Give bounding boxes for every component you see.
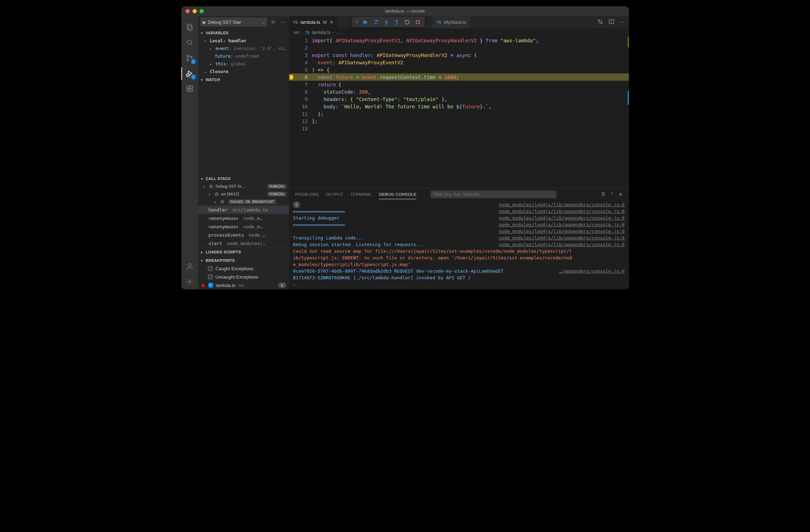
checkbox-checked[interactable] [208, 283, 213, 288]
svg-point-14 [189, 281, 191, 283]
variable-row[interactable]: future: undefined [198, 52, 289, 60]
tab-mystack[interactable]: TS MyStack.ts [432, 16, 471, 28]
chevron-down-icon [201, 31, 204, 35]
svg-point-16 [210, 186, 212, 188]
execution-pointer-icon [289, 73, 295, 81]
callstack-frame[interactable]: handler src/lambda.ts [198, 206, 289, 214]
variable-row[interactable]: event: {version: '2.0', ro… [198, 44, 289, 52]
chevron-down-icon [201, 78, 204, 82]
explorer-icon[interactable] [181, 20, 198, 35]
bug-icon [220, 199, 225, 204]
debug-toolbar-top: ▶ Debug SST Star ⌵ ⋯ [198, 16, 289, 28]
svg-point-17 [216, 193, 218, 195]
scope-row[interactable]: Local: handler [198, 37, 289, 44]
chevron-right-icon [210, 61, 214, 66]
tab-output[interactable]: OUTPUT [326, 192, 343, 196]
scm-icon[interactable]: 1 [181, 50, 198, 66]
debug-console-output[interactable]: 2node_modules/log4js/lib/appenders/conso… [289, 200, 629, 289]
gear-icon[interactable] [269, 19, 277, 25]
callstack-session[interactable]: Debug SST St… RUNNING [198, 182, 289, 190]
drag-handle-icon[interactable]: ⠿ [354, 20, 360, 24]
split-editor-icon[interactable] [608, 19, 615, 26]
compare-icon[interactable] [597, 19, 603, 26]
ts-file-icon: TS [293, 20, 298, 24]
callstack-frame[interactable]: start node_modules/… [198, 239, 289, 247]
svg-point-15 [273, 21, 274, 23]
svg-point-4 [187, 55, 188, 57]
breakpoint-caught[interactable]: Caught Exceptions [198, 264, 289, 273]
accounts-icon[interactable] [181, 259, 198, 274]
step-into-button[interactable] [382, 17, 391, 27]
chevron-right-icon [210, 46, 214, 51]
debug-badge: 1 [191, 74, 196, 80]
more-icon[interactable]: ⋯ [279, 20, 287, 25]
debug-config-select[interactable]: ▶ Debug SST Star ⌵ [200, 17, 267, 27]
debug-action-bar[interactable]: ⠿ [352, 17, 425, 27]
callstack-frame[interactable]: <anonymous> node_m… [198, 222, 289, 231]
code-editor[interactable]: 1 2 3 4 5 6 7 8 9 10 11 12 13 import{ AP… [289, 37, 629, 188]
callstack-header[interactable]: CALL STACK [198, 174, 289, 182]
console-input-prompt[interactable]: › [293, 281, 296, 288]
callstack-process[interactable]: sst [8632] RUNNING [198, 190, 289, 198]
svg-line-3 [191, 44, 193, 45]
chevron-right-icon [204, 69, 208, 74]
svg-point-28 [601, 22, 602, 24]
tab-lambda[interactable]: TS lambda.ts M ✕ [289, 16, 338, 28]
ts-file-icon: TS [305, 31, 310, 35]
svg-point-5 [187, 59, 188, 61]
restart-button[interactable] [403, 17, 412, 27]
callstack-frame[interactable]: processEvents node_… [198, 231, 289, 239]
close-tab-icon[interactable]: ✕ [330, 20, 333, 25]
search-icon[interactable] [181, 35, 198, 50]
variables-header[interactable]: VARIABLES [198, 28, 289, 37]
checkbox[interactable] [208, 274, 213, 279]
continue-button[interactable] [361, 17, 370, 27]
chevron-right-icon [201, 250, 204, 254]
window-controls [186, 9, 204, 13]
variable-row[interactable]: this: global [198, 60, 289, 67]
chevron-down-icon [201, 258, 204, 263]
svg-marker-20 [364, 20, 368, 24]
callstack-thread[interactable]: PAUSED ON BREAKPOINT [198, 198, 289, 206]
chevron-down-icon [209, 192, 212, 197]
stop-button[interactable] [413, 17, 423, 27]
checkbox[interactable] [208, 266, 213, 271]
play-icon: ▶ [203, 20, 206, 25]
svg-point-23 [386, 23, 387, 24]
minimize-window-button[interactable] [193, 9, 197, 13]
window-title: lambda.ts — vscode [385, 9, 425, 14]
tab-terminal[interactable]: TERMINAL [350, 192, 372, 196]
close-window-button[interactable] [186, 9, 190, 13]
scope-row[interactable]: Closure [198, 67, 289, 75]
more-icon[interactable]: ⋯ [620, 20, 624, 25]
breakpoint-uncaught[interactable]: Uncaught Exceptions [198, 273, 289, 281]
breakpoints-header[interactable]: BREAKPOINTS [198, 256, 289, 264]
svg-rect-19 [363, 20, 364, 24]
breadcrumb[interactable]: src › TS lambda.ts › … [289, 28, 629, 37]
svg-point-13 [188, 264, 191, 266]
settings-icon[interactable] [181, 274, 198, 289]
debug-icon[interactable]: 1 [181, 66, 198, 81]
close-panel-icon[interactable]: ✕ [619, 192, 623, 197]
loaded-scripts-header[interactable]: LOADED SCRIPTS [198, 247, 289, 256]
step-out-button[interactable] [392, 17, 402, 27]
tab-debug-console[interactable]: DEBUG CONSOLE [379, 192, 417, 199]
svg-point-21 [375, 23, 376, 24]
chevron-down-icon: ⌵ [262, 20, 265, 25]
collapse-panel-icon[interactable]: ⌃ [610, 192, 614, 197]
watch-header[interactable]: WATCH [198, 75, 289, 84]
filter-icon[interactable]: ☰ [601, 192, 606, 197]
variables-tree: Local: handler event: {version: '2.0', r… [198, 37, 289, 75]
step-over-button[interactable] [371, 17, 381, 27]
console-filter-input[interactable] [431, 190, 556, 198]
tab-problems[interactable]: PROBLEMS [295, 192, 319, 196]
fullscreen-window-button[interactable] [200, 9, 204, 13]
svg-point-18 [221, 201, 223, 203]
callstack-frame[interactable]: <anonymous> node_m… [198, 214, 289, 222]
chevron-down-icon [201, 177, 204, 181]
activity-bar: 1 1 [181, 16, 198, 289]
svg-rect-1 [188, 26, 192, 30]
editor-actions: ⋯ [592, 16, 629, 28]
extensions-icon[interactable] [181, 81, 198, 96]
breakpoint-file[interactable]: lambda.ts src 6 [198, 281, 289, 289]
